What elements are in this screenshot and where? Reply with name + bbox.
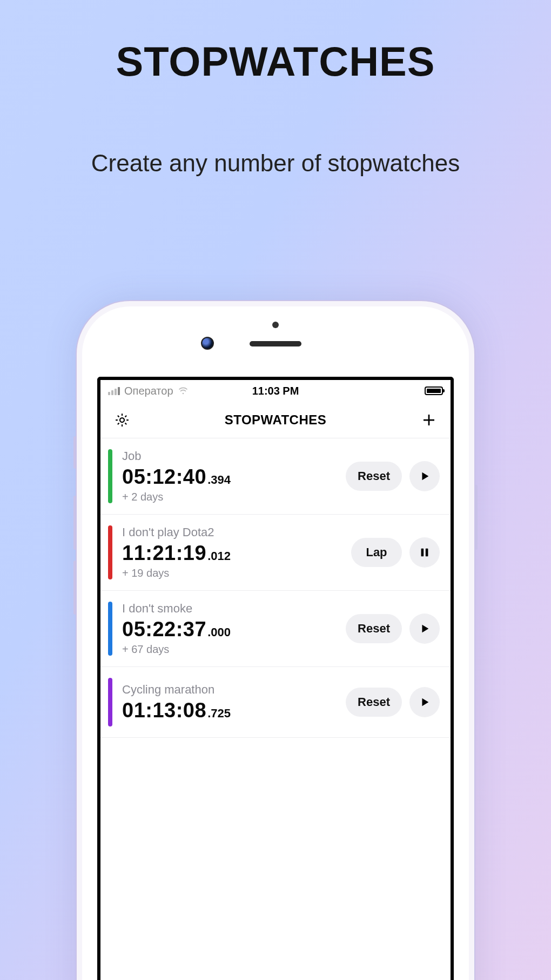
phone-frame: Оператор 11:03 PM STOPWATCHES (76, 300, 475, 980)
svg-rect-2 (421, 549, 424, 557)
stopwatch-sub: + 19 days (122, 567, 341, 579)
stopwatch-ms: .394 (207, 473, 231, 487)
nav-title: STOPWATCHES (132, 412, 419, 428)
stopwatch-info: I don't smoke05:22:37.000+ 67 days (122, 602, 336, 656)
nav-bar: STOPWATCHES (100, 402, 451, 438)
stopwatch-ms: .725 (207, 706, 231, 721)
stopwatch-ms: .000 (207, 625, 231, 639)
stopwatch-actions: Lap (351, 537, 440, 568)
play-button[interactable] (409, 687, 440, 717)
app-screen: Оператор 11:03 PM STOPWATCHES (97, 377, 454, 980)
color-stripe (108, 678, 112, 726)
proximity-sensor (272, 322, 279, 328)
color-stripe (108, 525, 112, 579)
play-button[interactable] (409, 461, 440, 491)
pause-icon (419, 546, 431, 558)
stopwatch-row[interactable]: I don't smoke05:22:37.000+ 67 daysReset (100, 591, 451, 667)
stopwatch-time: 01:13:08 (122, 699, 206, 722)
stopwatch-label: Cycling marathon (122, 683, 336, 697)
stopwatch-ms: .012 (207, 549, 231, 563)
pause-button[interactable] (409, 537, 440, 568)
promo-subtitle: Create any number of stopwatches (0, 150, 551, 177)
svg-point-1 (120, 418, 124, 422)
phone-volume-down (73, 561, 77, 615)
phone-volume-up (73, 496, 77, 550)
stopwatch-list[interactable]: Job05:12:40.394+ 2 daysResetI don't play… (100, 438, 451, 738)
svg-rect-3 (426, 549, 428, 557)
add-button[interactable] (419, 410, 439, 430)
stopwatch-time: 11:21:19 (122, 542, 206, 565)
earpiece-speaker (250, 341, 301, 346)
stopwatch-sub: + 2 days (122, 491, 336, 503)
stopwatch-time: 05:22:37 (122, 618, 206, 641)
stopwatch-row[interactable]: Job05:12:40.394+ 2 daysReset (100, 438, 451, 515)
stopwatch-info: I don't play Dota211:21:19.012+ 19 days (122, 525, 341, 579)
status-time: 11:03 PM (100, 385, 451, 397)
stopwatch-row[interactable]: Cycling marathon01:13:08.725Reset (100, 667, 451, 738)
lap-button[interactable]: Lap (351, 538, 402, 567)
stopwatch-time: 05:12:40 (122, 465, 206, 489)
stopwatch-actions: Reset (346, 687, 440, 717)
stopwatch-label: Job (122, 449, 336, 463)
stopwatch-row[interactable]: I don't play Dota211:21:19.012+ 19 daysL… (100, 515, 451, 591)
color-stripe (108, 602, 112, 656)
reset-button[interactable]: Reset (346, 462, 402, 491)
front-camera (201, 337, 214, 350)
settings-button[interactable] (112, 410, 132, 430)
status-bar: Оператор 11:03 PM (100, 380, 451, 402)
play-button[interactable] (409, 614, 440, 644)
stopwatch-info: Cycling marathon01:13:08.725 (122, 683, 336, 722)
reset-button[interactable]: Reset (346, 688, 402, 717)
stopwatch-label: I don't smoke (122, 602, 336, 616)
reset-button[interactable]: Reset (346, 614, 402, 643)
plus-icon (421, 412, 437, 428)
play-icon (419, 470, 431, 482)
gear-icon (114, 412, 130, 428)
stopwatch-label: I don't play Dota2 (122, 525, 341, 539)
promo-title: STOPWATCHES (0, 0, 551, 85)
stopwatch-sub: + 67 days (122, 643, 336, 656)
battery-icon (425, 386, 443, 395)
play-icon (419, 696, 431, 708)
phone-power-button (474, 485, 478, 550)
phone-mute-switch (73, 436, 77, 469)
stopwatch-actions: Reset (346, 461, 440, 491)
stopwatch-actions: Reset (346, 614, 440, 644)
stopwatch-info: Job05:12:40.394+ 2 days (122, 449, 336, 503)
color-stripe (108, 449, 112, 503)
play-icon (419, 623, 431, 635)
